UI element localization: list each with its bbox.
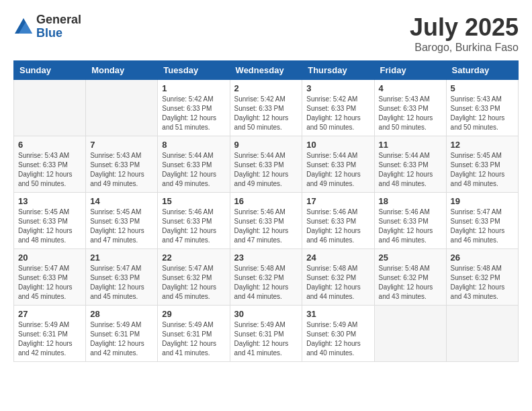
col-thursday: Thursday	[302, 61, 374, 80]
day-info: Sunrise: 5:45 AM Sunset: 6:33 PM Dayligh…	[90, 208, 153, 245]
day-number: 4	[379, 83, 442, 93]
table-row: 19Sunrise: 5:47 AM Sunset: 6:33 PM Dayli…	[446, 193, 518, 249]
table-row: 22Sunrise: 5:47 AM Sunset: 6:32 PM Dayli…	[158, 249, 230, 306]
day-info: Sunrise: 5:48 AM Sunset: 6:32 PM Dayligh…	[379, 264, 442, 302]
day-number: 17	[306, 196, 369, 206]
table-row: 2Sunrise: 5:42 AM Sunset: 6:33 PM Daylig…	[230, 80, 302, 136]
day-number: 11	[379, 140, 442, 150]
day-info: Sunrise: 5:48 AM Sunset: 6:32 PM Dayligh…	[451, 264, 514, 302]
day-info: Sunrise: 5:47 AM Sunset: 6:33 PM Dayligh…	[90, 264, 153, 302]
day-number: 12	[451, 140, 514, 150]
table-row: 8Sunrise: 5:44 AM Sunset: 6:33 PM Daylig…	[158, 136, 230, 193]
col-wednesday: Wednesday	[230, 61, 302, 80]
day-number: 23	[234, 253, 298, 263]
table-row: 10Sunrise: 5:44 AM Sunset: 6:33 PM Dayli…	[302, 136, 374, 193]
day-number: 21	[90, 253, 153, 263]
day-info: Sunrise: 5:44 AM Sunset: 6:33 PM Dayligh…	[379, 151, 442, 189]
day-number: 27	[18, 309, 81, 319]
day-info: Sunrise: 5:44 AM Sunset: 6:33 PM Dayligh…	[306, 151, 369, 189]
table-row: 3Sunrise: 5:42 AM Sunset: 6:33 PM Daylig…	[302, 80, 374, 136]
day-number: 16	[234, 196, 298, 206]
day-number: 22	[162, 253, 225, 263]
day-info: Sunrise: 5:45 AM Sunset: 6:33 PM Dayligh…	[18, 208, 81, 245]
day-number: 9	[234, 140, 298, 150]
table-row	[14, 80, 86, 136]
day-info: Sunrise: 5:47 AM Sunset: 6:33 PM Dayligh…	[18, 264, 81, 302]
day-number: 20	[18, 253, 81, 263]
logo-general: General	[36, 13, 81, 27]
table-row: 30Sunrise: 5:49 AM Sunset: 6:31 PM Dayli…	[230, 306, 302, 362]
title-area: July 2025 Barogo, Burkina Faso	[410, 13, 519, 54]
table-row: 17Sunrise: 5:46 AM Sunset: 6:33 PM Dayli…	[302, 193, 374, 249]
day-info: Sunrise: 5:43 AM Sunset: 6:33 PM Dayligh…	[451, 95, 514, 132]
table-row: 27Sunrise: 5:49 AM Sunset: 6:31 PM Dayli…	[14, 306, 86, 362]
table-row: 21Sunrise: 5:47 AM Sunset: 6:33 PM Dayli…	[86, 249, 158, 306]
day-info: Sunrise: 5:46 AM Sunset: 6:33 PM Dayligh…	[162, 208, 225, 245]
day-info: Sunrise: 5:47 AM Sunset: 6:33 PM Dayligh…	[451, 208, 514, 245]
day-number: 3	[306, 83, 369, 93]
day-info: Sunrise: 5:49 AM Sunset: 6:30 PM Dayligh…	[306, 320, 369, 358]
day-number: 18	[379, 196, 442, 206]
table-row: 23Sunrise: 5:48 AM Sunset: 6:32 PM Dayli…	[230, 249, 302, 306]
table-row: 1Sunrise: 5:42 AM Sunset: 6:33 PM Daylig…	[158, 80, 230, 136]
day-info: Sunrise: 5:49 AM Sunset: 6:31 PM Dayligh…	[90, 320, 153, 358]
day-number: 31	[306, 309, 369, 319]
day-number: 10	[306, 140, 369, 150]
day-number: 28	[90, 309, 153, 319]
day-number: 7	[90, 140, 153, 150]
calendar-week-row: 1Sunrise: 5:42 AM Sunset: 6:33 PM Daylig…	[14, 80, 519, 136]
day-info: Sunrise: 5:47 AM Sunset: 6:32 PM Dayligh…	[162, 264, 225, 302]
day-info: Sunrise: 5:49 AM Sunset: 6:31 PM Dayligh…	[18, 320, 81, 358]
table-row: 4Sunrise: 5:43 AM Sunset: 6:33 PM Daylig…	[374, 80, 446, 136]
table-row	[86, 80, 158, 136]
calendar-week-row: 13Sunrise: 5:45 AM Sunset: 6:33 PM Dayli…	[14, 193, 519, 249]
table-row: 20Sunrise: 5:47 AM Sunset: 6:33 PM Dayli…	[14, 249, 86, 306]
month-title: July 2025	[410, 13, 519, 42]
table-row: 28Sunrise: 5:49 AM Sunset: 6:31 PM Dayli…	[86, 306, 158, 362]
table-row: 7Sunrise: 5:43 AM Sunset: 6:33 PM Daylig…	[86, 136, 158, 193]
day-number: 26	[451, 253, 514, 263]
table-row: 14Sunrise: 5:45 AM Sunset: 6:33 PM Dayli…	[86, 193, 158, 249]
logo-text: General Blue	[36, 13, 81, 40]
day-info: Sunrise: 5:42 AM Sunset: 6:33 PM Dayligh…	[306, 95, 369, 132]
day-info: Sunrise: 5:43 AM Sunset: 6:33 PM Dayligh…	[18, 151, 81, 189]
day-info: Sunrise: 5:43 AM Sunset: 6:33 PM Dayligh…	[379, 95, 442, 132]
table-row: 13Sunrise: 5:45 AM Sunset: 6:33 PM Dayli…	[14, 193, 86, 249]
day-info: Sunrise: 5:46 AM Sunset: 6:33 PM Dayligh…	[234, 208, 298, 245]
logo: General Blue	[13, 13, 81, 40]
day-number: 13	[18, 196, 81, 206]
day-info: Sunrise: 5:48 AM Sunset: 6:32 PM Dayligh…	[306, 264, 369, 302]
table-row: 11Sunrise: 5:44 AM Sunset: 6:33 PM Dayli…	[374, 136, 446, 193]
day-info: Sunrise: 5:44 AM Sunset: 6:33 PM Dayligh…	[162, 151, 225, 189]
col-friday: Friday	[374, 61, 446, 80]
col-monday: Monday	[86, 61, 158, 80]
day-info: Sunrise: 5:46 AM Sunset: 6:33 PM Dayligh…	[379, 208, 442, 245]
table-row	[446, 306, 518, 362]
col-tuesday: Tuesday	[158, 61, 230, 80]
day-number: 29	[162, 309, 225, 319]
day-number: 2	[234, 83, 298, 93]
table-row: 15Sunrise: 5:46 AM Sunset: 6:33 PM Dayli…	[158, 193, 230, 249]
table-row: 26Sunrise: 5:48 AM Sunset: 6:32 PM Dayli…	[446, 249, 518, 306]
day-number: 6	[18, 140, 81, 150]
calendar-header-row: Sunday Monday Tuesday Wednesday Thursday…	[14, 61, 519, 80]
col-sunday: Sunday	[14, 61, 86, 80]
day-info: Sunrise: 5:48 AM Sunset: 6:32 PM Dayligh…	[234, 264, 298, 302]
day-number: 24	[306, 253, 369, 263]
day-number: 14	[90, 196, 153, 206]
table-row: 6Sunrise: 5:43 AM Sunset: 6:33 PM Daylig…	[14, 136, 86, 193]
location-title: Barogo, Burkina Faso	[410, 42, 519, 54]
day-info: Sunrise: 5:49 AM Sunset: 6:31 PM Dayligh…	[234, 320, 298, 358]
page-header: General Blue July 2025 Barogo, Burkina F…	[13, 13, 519, 54]
table-row: 24Sunrise: 5:48 AM Sunset: 6:32 PM Dayli…	[302, 249, 374, 306]
day-number: 1	[162, 83, 225, 93]
calendar-table: Sunday Monday Tuesday Wednesday Thursday…	[13, 60, 519, 362]
calendar-week-row: 27Sunrise: 5:49 AM Sunset: 6:31 PM Dayli…	[14, 306, 519, 362]
day-number: 19	[451, 196, 514, 206]
table-row: 18Sunrise: 5:46 AM Sunset: 6:33 PM Dayli…	[374, 193, 446, 249]
day-number: 25	[379, 253, 442, 263]
table-row: 29Sunrise: 5:49 AM Sunset: 6:31 PM Dayli…	[158, 306, 230, 362]
day-info: Sunrise: 5:49 AM Sunset: 6:31 PM Dayligh…	[162, 320, 225, 358]
calendar-week-row: 6Sunrise: 5:43 AM Sunset: 6:33 PM Daylig…	[14, 136, 519, 193]
day-number: 15	[162, 196, 225, 206]
